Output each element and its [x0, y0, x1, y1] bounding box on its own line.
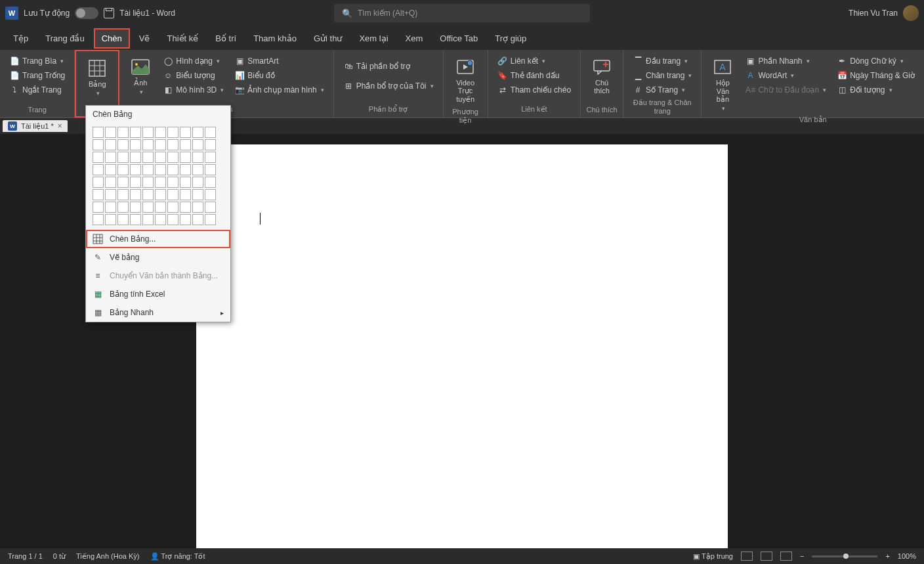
- table-size-grid[interactable]: [86, 123, 230, 230]
- tab-file[interactable]: Tệp: [5, 28, 36, 49]
- grid-cell[interactable]: [155, 139, 166, 150]
- grid-cell[interactable]: [93, 214, 104, 225]
- tab-view[interactable]: Xem: [398, 28, 431, 49]
- grid-cell[interactable]: [192, 202, 203, 213]
- grid-cell[interactable]: [117, 189, 129, 200]
- grid-cell[interactable]: [205, 127, 216, 138]
- grid-cell[interactable]: [130, 164, 141, 175]
- smartart-button[interactable]: ▣ SmartArt: [230, 54, 327, 68]
- grid-cell[interactable]: [180, 214, 191, 225]
- grid-cell[interactable]: [142, 189, 154, 200]
- tab-design[interactable]: Thiết kế: [159, 28, 206, 49]
- grid-cell[interactable]: [205, 189, 216, 200]
- grid-cell[interactable]: [167, 139, 178, 150]
- grid-cell[interactable]: [130, 127, 141, 138]
- signature-line-button[interactable]: ✒ Dòng Chữ ký▾: [833, 54, 919, 68]
- language-indicator[interactable]: Tiếng Anh (Hoa Kỳ): [76, 552, 139, 561]
- grid-cell[interactable]: [155, 127, 166, 138]
- grid-cell[interactable]: [192, 127, 203, 138]
- grid-cell[interactable]: [130, 139, 141, 150]
- grid-cell[interactable]: [105, 177, 116, 188]
- grid-cell[interactable]: [117, 164, 129, 175]
- grid-cell[interactable]: [205, 164, 216, 175]
- grid-cell[interactable]: [155, 164, 166, 175]
- tab-help[interactable]: Trợ giúp: [487, 28, 534, 49]
- comment-button[interactable]: Chú thích: [586, 54, 618, 97]
- page-break-button[interactable]: ⤵ Ngắt Trang: [5, 83, 69, 97]
- tab-draw[interactable]: Vẽ: [131, 28, 158, 49]
- grid-cell[interactable]: [130, 214, 141, 225]
- grid-cell[interactable]: [105, 189, 116, 200]
- grid-cell[interactable]: [93, 152, 104, 163]
- grid-cell[interactable]: [93, 127, 104, 138]
- bookmark-button[interactable]: 🔖 Thẻ đánh dấu: [494, 68, 575, 83]
- grid-cell[interactable]: [192, 164, 203, 175]
- screenshot-button[interactable]: 📷 Ảnh chụp màn hình▾: [230, 83, 327, 97]
- grid-cell[interactable]: [105, 127, 116, 138]
- blank-page-button[interactable]: 📄 Trang Trống: [5, 68, 69, 83]
- link-button[interactable]: 🔗 Liên kết▾: [494, 54, 575, 68]
- tab-references[interactable]: Tham khảo: [245, 28, 304, 49]
- save-icon[interactable]: [104, 8, 114, 18]
- get-addins-button[interactable]: 🛍 Tải phần bổ trợ: [339, 59, 438, 74]
- grid-cell[interactable]: [117, 152, 129, 163]
- shapes-button[interactable]: ◯ Hình dạng▾: [159, 54, 228, 68]
- grid-cell[interactable]: [155, 177, 166, 188]
- grid-cell[interactable]: [142, 127, 154, 138]
- grid-cell[interactable]: [167, 164, 178, 175]
- grid-cell[interactable]: [167, 214, 178, 225]
- grid-cell[interactable]: [130, 202, 141, 213]
- search-box[interactable]: 🔍 Tìm kiếm (Alt+Q): [334, 4, 590, 22]
- tab-review[interactable]: Xem lại: [351, 28, 396, 49]
- grid-cell[interactable]: [167, 177, 178, 188]
- insert-table-menu-item[interactable]: Chèn Bảng...: [86, 230, 230, 248]
- text-box-button[interactable]: A Hộp Văn bản ▾: [707, 54, 738, 114]
- object-button[interactable]: ◫ Đối tượng▾: [833, 83, 919, 97]
- grid-cell[interactable]: [155, 152, 166, 163]
- grid-cell[interactable]: [180, 139, 191, 150]
- tab-mailings[interactable]: Gửi thư: [306, 28, 350, 49]
- grid-cell[interactable]: [130, 189, 141, 200]
- drop-cap-button[interactable]: A≡ Chữ to Đầu đoạn▾: [741, 83, 830, 97]
- grid-cell[interactable]: [93, 202, 104, 213]
- word-count[interactable]: 0 từ: [53, 552, 66, 561]
- grid-cell[interactable]: [167, 189, 178, 200]
- cross-reference-button[interactable]: ⇄ Tham chiếu chéo: [494, 83, 575, 97]
- grid-cell[interactable]: [142, 202, 154, 213]
- grid-cell[interactable]: [130, 152, 141, 163]
- print-layout-button[interactable]: [761, 552, 772, 561]
- grid-cell[interactable]: [155, 189, 166, 200]
- online-video-button[interactable]: Video Trực tuyến: [449, 54, 482, 106]
- grid-cell[interactable]: [117, 127, 129, 138]
- autosave-toggle[interactable]: Lưu Tự động: [24, 7, 98, 19]
- grid-cell[interactable]: [167, 202, 178, 213]
- my-addins-button[interactable]: ⊞ Phần bổ trợ của Tôi▾: [339, 79, 438, 93]
- grid-cell[interactable]: [142, 164, 154, 175]
- quick-parts-button[interactable]: ▣ Phần Nhanh▾: [741, 54, 830, 68]
- tab-office-tab[interactable]: Office Tab: [432, 28, 486, 49]
- header-button[interactable]: ▔ Đầu trang▾: [629, 54, 696, 68]
- chart-button[interactable]: 📊 Biểu đồ: [230, 68, 327, 83]
- 3d-models-button[interactable]: ◧ Mô hình 3D▾: [159, 83, 228, 97]
- grid-cell[interactable]: [93, 189, 104, 200]
- grid-cell[interactable]: [192, 139, 203, 150]
- grid-cell[interactable]: [180, 177, 191, 188]
- grid-cell[interactable]: [142, 214, 154, 225]
- icons-button[interactable]: ☺ Biểu tượng: [159, 68, 228, 83]
- grid-cell[interactable]: [167, 127, 178, 138]
- zoom-in-button[interactable]: +: [885, 552, 889, 560]
- quick-tables-menu-item[interactable]: ▦ Bảng Nhanh ▸: [86, 303, 230, 322]
- grid-cell[interactable]: [192, 214, 203, 225]
- user-info[interactable]: Thien Vu Tran: [849, 5, 919, 21]
- grid-cell[interactable]: [192, 189, 203, 200]
- page-number-button[interactable]: # Số Trang▾: [629, 83, 696, 97]
- wordart-button[interactable]: A WordArt▾: [741, 68, 830, 83]
- grid-cell[interactable]: [105, 164, 116, 175]
- focus-mode-button[interactable]: ▣ Tập trung: [693, 552, 733, 561]
- accessibility-indicator[interactable]: 👤 Trợ năng: Tốt: [150, 552, 205, 561]
- grid-cell[interactable]: [167, 152, 178, 163]
- grid-cell[interactable]: [205, 177, 216, 188]
- document-page[interactable]: [196, 144, 728, 548]
- grid-cell[interactable]: [155, 214, 166, 225]
- draw-table-menu-item[interactable]: ✎ Vẽ bảng: [86, 248, 230, 267]
